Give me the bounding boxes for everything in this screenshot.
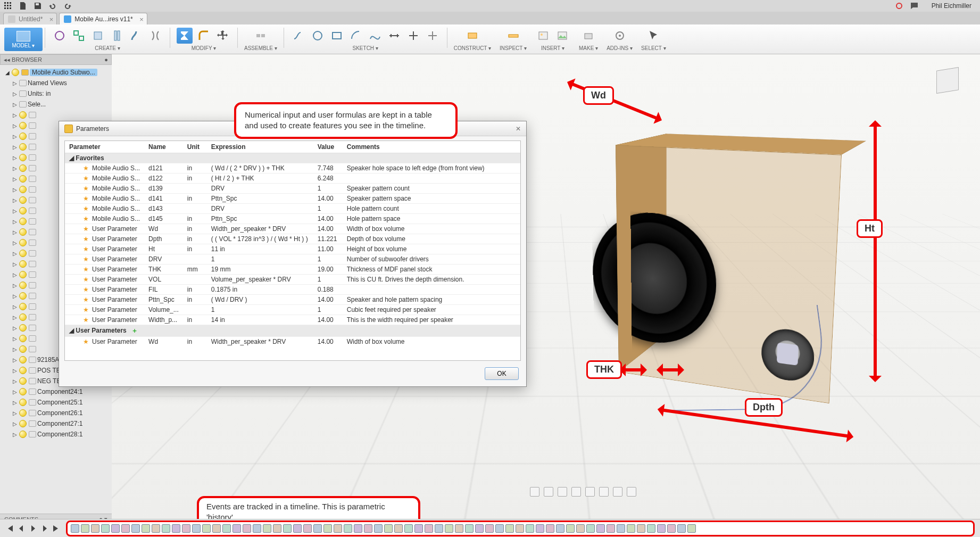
display-icon[interactable] — [599, 487, 609, 497]
create-form-icon[interactable] — [71, 28, 87, 44]
expand-icon[interactable]: ◢ — [4, 70, 11, 76]
record-icon[interactable] — [894, 1, 904, 11]
timeline-feature-icon[interactable] — [596, 524, 605, 533]
timeline-feature-icon[interactable] — [313, 524, 322, 533]
browser-header[interactable]: ◂◂ BROWSER ● — [0, 54, 112, 65]
timeline-feature-icon[interactable] — [111, 524, 120, 533]
param-row[interactable]: ★User ParameterDpthin( ( VOL * 1728 in^3… — [65, 234, 520, 244]
create-revolve-icon[interactable] — [109, 28, 125, 44]
select-arrow-icon[interactable] — [645, 28, 661, 44]
timeline-feature-icon[interactable] — [303, 524, 312, 533]
param-row[interactable]: ★User ParameterPttn_Spcin( Wd / DRV )14.… — [65, 295, 520, 305]
lightbulb-icon[interactable] — [19, 282, 27, 289]
favorite-star-icon[interactable]: ★ — [83, 164, 89, 172]
expand-icon[interactable]: ▷ — [12, 272, 18, 278]
param-row[interactable]: ★Mobile Audio S...d122in( Ht / 2 ) + THK… — [65, 174, 520, 184]
param-row[interactable]: ★Mobile Audio S...d145inPttn_Spc14.00Hol… — [65, 214, 520, 224]
timeline-feature-icon[interactable] — [536, 524, 544, 533]
expand-icon[interactable]: ▷ — [12, 187, 18, 193]
expand-icon[interactable]: ▷ — [12, 336, 18, 342]
category-user-parameters[interactable]: ◢ User Parameters ＋ — [65, 325, 520, 337]
view-cube[interactable] — [929, 62, 966, 99]
expand-icon[interactable]: ▷ — [12, 176, 18, 182]
expand-icon[interactable]: ▷ — [12, 80, 18, 86]
timeline-feature-icon[interactable] — [647, 524, 655, 533]
expand-icon[interactable]: ▷ — [12, 261, 18, 267]
favorite-star-icon[interactable]: ★ — [83, 215, 89, 222]
timeline-feature-icon[interactable] — [222, 524, 231, 533]
timeline-fwd-icon[interactable] — [40, 524, 49, 533]
category-favorites[interactable]: ◢ Favorites — [65, 153, 520, 163]
timeline-feature-icon[interactable] — [465, 524, 474, 533]
look-icon[interactable] — [585, 487, 595, 497]
add-parameter-icon[interactable]: ＋ — [131, 327, 138, 334]
expand-icon[interactable]: ▷ — [12, 91, 18, 97]
lightbulb-icon[interactable] — [19, 186, 27, 193]
sketch-spline-icon[interactable] — [367, 28, 383, 44]
comment-icon[interactable] — [909, 1, 919, 11]
lightbulb-icon[interactable] — [19, 228, 27, 236]
timeline-feature-icon[interactable] — [435, 524, 443, 533]
inspect-measure-icon[interactable] — [505, 28, 521, 44]
timeline-feature-icon[interactable] — [445, 524, 453, 533]
modify-fillet-icon[interactable] — [196, 28, 212, 44]
lightbulb-icon[interactable] — [19, 122, 27, 129]
lightbulb-icon[interactable] — [19, 431, 27, 438]
fit-icon[interactable] — [571, 487, 581, 497]
ribbon-label[interactable]: ASSEMBLE ▾ — [244, 45, 277, 51]
timeline-feature-icon[interactable] — [131, 524, 140, 533]
timeline-feature-icon[interactable] — [404, 524, 413, 533]
timeline-feature-icon[interactable] — [627, 524, 635, 533]
param-row[interactable]: ★User ParameterWidth_p...in14 in14.00Thi… — [65, 315, 520, 325]
new-file-icon[interactable] — [18, 1, 28, 11]
orbit-icon[interactable] — [530, 487, 539, 497]
expand-icon[interactable]: ▷ — [12, 421, 18, 427]
timeline-feature-icon[interactable] — [91, 524, 99, 533]
modify-move-icon[interactable] — [215, 28, 231, 44]
favorite-star-icon[interactable]: ★ — [83, 306, 89, 313]
redo-icon[interactable] — [63, 1, 72, 11]
lightbulb-icon[interactable] — [19, 388, 27, 395]
tree-row[interactable]: ▷Component28:1 — [0, 429, 112, 440]
expand-icon[interactable]: ▷ — [12, 219, 18, 225]
timeline-feature-icon[interactable] — [344, 524, 352, 533]
insert-image-icon[interactable] — [554, 28, 570, 44]
tree-row[interactable]: ▷Units: in — [0, 88, 112, 99]
pan-icon[interactable] — [544, 487, 553, 497]
favorite-star-icon[interactable]: ★ — [83, 266, 89, 273]
favorite-star-icon[interactable]: ★ — [83, 296, 89, 303]
col-expression[interactable]: Expression — [207, 141, 313, 153]
timeline-feature-icon[interactable] — [677, 524, 686, 533]
timeline-feature-icon[interactable] — [212, 524, 221, 533]
tree-row[interactable]: ▷Component27:1 — [0, 418, 112, 429]
param-row[interactable]: ★User ParameterWdinWidth_per_speaker * D… — [65, 224, 520, 234]
param-row[interactable]: ★User ParameterFILin0.1875 in0.188 — [65, 285, 520, 295]
param-row[interactable]: ★User ParameterDRV11Number of subwoofer … — [65, 254, 520, 265]
favorite-star-icon[interactable]: ★ — [83, 225, 89, 233]
col-comments[interactable]: Comments — [343, 141, 520, 153]
lightbulb-icon[interactable] — [19, 175, 27, 183]
create-extrude-icon[interactable] — [90, 28, 106, 44]
favorite-star-icon[interactable]: ★ — [83, 245, 89, 253]
timeline-back-icon[interactable] — [17, 524, 26, 533]
sketch-dim-icon[interactable] — [386, 28, 402, 44]
expand-icon[interactable]: ▷ — [12, 432, 18, 437]
lightbulb-icon[interactable] — [19, 335, 27, 342]
tree-row[interactable]: ▷ — [0, 110, 112, 120]
timeline-feature-icon[interactable] — [162, 524, 170, 533]
sketch-rect-icon[interactable] — [329, 28, 345, 44]
timeline-feature-icon[interactable] — [323, 524, 332, 533]
param-row[interactable]: ★Mobile Audio S...d139DRV1Speaker patter… — [65, 184, 520, 194]
favorite-star-icon[interactable]: ★ — [83, 195, 89, 202]
expand-icon[interactable]: ▷ — [12, 293, 18, 299]
expand-icon[interactable]: ▷ — [12, 112, 18, 118]
timeline-feature-icon[interactable] — [142, 524, 150, 533]
timeline-feature-icon[interactable] — [232, 524, 241, 533]
favorite-star-icon[interactable]: ★ — [83, 185, 89, 192]
expand-icon[interactable]: ▷ — [12, 283, 18, 288]
doc-tab-mobile-audio[interactable]: Mobile Au...ires v11* × — [59, 13, 147, 24]
param-row[interactable]: ★User ParameterWdinWidth_per_speaker * D… — [65, 337, 520, 347]
timeline-feature-icon[interactable] — [121, 524, 130, 533]
lightbulb-icon[interactable] — [19, 111, 27, 119]
expand-icon[interactable]: ▷ — [12, 144, 18, 150]
